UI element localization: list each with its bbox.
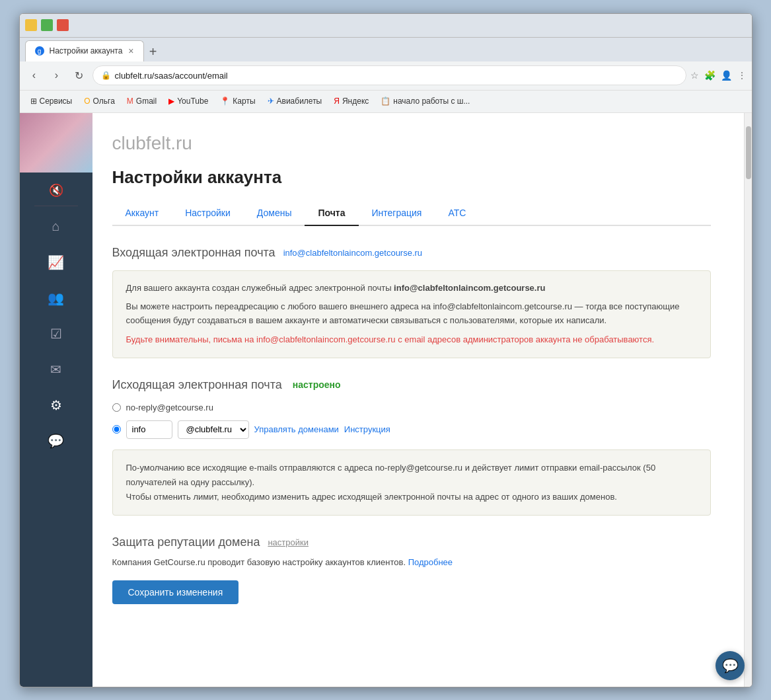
radio-custom[interactable]	[112, 425, 121, 434]
window-controls[interactable]	[25, 19, 69, 31]
back-button[interactable]: ‹	[25, 66, 44, 85]
chat-bubble-button[interactable]: 💬	[716, 651, 745, 680]
bookmark-apps[interactable]: ⊞ Сервисы	[25, 94, 78, 108]
gmail-icon: M	[127, 97, 133, 106]
sidebar-item-settings[interactable]: ⚙	[36, 389, 76, 422]
bookmark-youtube-label: YouTube	[177, 97, 208, 106]
outgoing-info-box: По-умолчанию все исходящие e-mails отпра…	[112, 449, 711, 516]
avia-icon: ✈	[268, 97, 274, 106]
tab-account[interactable]: Аккаунт	[112, 201, 172, 226]
bookmark-olga[interactable]: O Ольга	[79, 94, 120, 108]
instruction-link[interactable]: Инструкция	[344, 424, 390, 434]
bookmark-youtube[interactable]: ▶ YouTube	[163, 94, 213, 108]
scrollbar[interactable]	[744, 113, 752, 687]
menu-icon[interactable]: ⋮	[737, 70, 747, 81]
close-button[interactable]	[57, 19, 69, 31]
outgoing-info-line2: Чтобы отменить лимит, необходимо изменит…	[126, 490, 697, 504]
bookmark-olga-label: Ольга	[93, 97, 115, 106]
olga-icon: O	[84, 97, 90, 106]
minimize-button[interactable]	[25, 19, 37, 31]
avatar-icon[interactable]: 👤	[721, 70, 732, 81]
apps-icon: ⊞	[30, 97, 37, 106]
tab-settings[interactable]: Настройки	[172, 201, 244, 226]
save-button[interactable]: Сохранить изменения	[112, 580, 239, 604]
bookmark-maps-label: Карты	[233, 97, 255, 106]
sidebar: 🔇 ⌂ 📈 👥 ☑ ✉ ⚙ 💬	[20, 113, 92, 687]
forward-button[interactable]: ›	[48, 66, 66, 85]
scrollbar-thumb[interactable]	[746, 126, 751, 179]
title-bar	[20, 14, 752, 38]
configured-badge: настроено	[293, 379, 341, 390]
incoming-email-section-title: Входящая электронная почта info@clabfelt…	[112, 246, 711, 260]
tabs-navigation: Аккаунт Настройки Домены Почта Интеграци…	[112, 201, 711, 226]
address-bar[interactable]: 🔒 clubfelt.ru/saas/account/email	[92, 65, 686, 85]
radio-option-noreply: no-reply@getcourse.ru	[112, 403, 711, 412]
active-tab[interactable]: g Настройки аккаунта ×	[25, 40, 144, 61]
sidebar-item-users[interactable]: 👥	[36, 282, 76, 315]
incoming-email-bold: info@clabfeltonlaincom.getcourse.ru	[394, 283, 545, 293]
tab-mail[interactable]: Почта	[305, 201, 358, 226]
manage-domains-link[interactable]: Управлять доменами	[254, 424, 339, 434]
bookmark-note-label: начало работы с ш...	[393, 97, 470, 106]
incoming-info-line1: Для вашего аккаунта создан служебный адр…	[126, 282, 697, 295]
outgoing-email-section: Исходящая электронная почта настроено no…	[112, 378, 711, 516]
youtube-icon: ▶	[168, 97, 174, 106]
domain-protection-header: Защита репутации домена настройки	[112, 535, 711, 549]
maps-icon: 📍	[220, 97, 230, 106]
bookmark-apps-label: Сервисы	[40, 97, 73, 106]
outgoing-info-line1: По-умолчанию все исходящие e-mails отпра…	[126, 461, 697, 490]
sidebar-item-chat[interactable]: 💬	[36, 424, 76, 457]
tab-ats[interactable]: АТС	[435, 201, 479, 226]
url-text: clubfelt.ru/saas/account/email	[115, 71, 678, 81]
bookmark-gmail-label: Gmail	[136, 97, 157, 106]
bookmarks-bar: ⊞ Сервисы O Ольга M Gmail ▶ YouTube 📍 Ка…	[20, 91, 752, 113]
page-title: Настройки аккаунта	[112, 167, 711, 188]
yandex-icon: Я	[334, 97, 340, 106]
bookmark-maps[interactable]: 📍 Карты	[215, 94, 260, 108]
lock-icon: 🔒	[101, 71, 111, 80]
incoming-info-line2: Вы можете настроить переадресацию с любо…	[126, 300, 697, 328]
radio-noreply[interactable]	[112, 403, 121, 412]
domain-protection-section: Защита репутации домена настройки Компан…	[112, 535, 711, 567]
domain-select[interactable]: @clubfelt.ru	[178, 420, 249, 439]
more-link[interactable]: Подробнее	[408, 557, 453, 567]
sidebar-item-chart[interactable]: 📈	[36, 246, 76, 279]
sidebar-item-tasks[interactable]: ☑	[36, 317, 76, 350]
tab-close-button[interactable]: ×	[128, 46, 133, 56]
tab-domains[interactable]: Домены	[244, 201, 305, 226]
email-input-row: @clubfelt.ru Управлять доменами Инструкц…	[112, 420, 711, 439]
browser-action-icons: ☆ 🧩 👤 ⋮	[690, 70, 747, 81]
extension-icon[interactable]: 🧩	[704, 70, 716, 81]
speaker-icon[interactable]: 🔇	[49, 178, 63, 203]
outgoing-email-header: Исходящая электронная почта настроено	[112, 378, 711, 392]
site-logo: clubfelt.ru	[112, 133, 711, 154]
sidebar-item-home[interactable]: ⌂	[36, 210, 76, 243]
sidebar-item-mail[interactable]: ✉	[36, 353, 76, 386]
bookmark-gmail[interactable]: M Gmail	[122, 94, 162, 108]
noreply-bold: no-reply@getcourse.ru	[375, 463, 462, 473]
email-prefix-input[interactable]	[126, 420, 172, 439]
reload-button[interactable]: ↻	[70, 66, 89, 85]
sidebar-avatar	[20, 113, 92, 173]
avatar-image	[20, 113, 92, 173]
incoming-warning: Будьте внимательны, письма на info@clabf…	[126, 333, 697, 347]
sidebar-icons: 🔇 ⌂ 📈 👥 ☑ ✉ ⚙ 💬	[20, 173, 92, 464]
bookmark-yandex[interactable]: Я Яндекс	[328, 94, 374, 108]
tab-favicon: g	[35, 46, 44, 56]
tab-integration[interactable]: Интеграция	[359, 201, 435, 226]
new-tab-button[interactable]: +	[144, 43, 163, 61]
page-content: clubfelt.ru Настройки аккаунта Аккаунт Н…	[92, 113, 744, 687]
chat-bubble-icon: 💬	[722, 658, 739, 674]
company-text: Компания GetCourse.ru проводит базовую н…	[112, 557, 711, 567]
maximize-button[interactable]	[41, 19, 53, 31]
bookmark-note[interactable]: 📋 начало работы с ш...	[375, 94, 475, 108]
sidebar-divider	[34, 206, 78, 206]
domain-settings-link[interactable]: настройки	[268, 537, 309, 547]
bookmark-avia-label: Авиабилеты	[277, 97, 322, 106]
note-icon: 📋	[381, 97, 390, 106]
address-bar-row: ‹ › ↻ 🔒 clubfelt.ru/saas/account/email ☆…	[20, 61, 752, 91]
incoming-email-link[interactable]: info@clabfeltonlaincom.getcourse.ru	[283, 248, 422, 258]
browser-content: 🔇 ⌂ 📈 👥 ☑ ✉ ⚙ 💬 clubfelt.ru Настройки ак…	[20, 113, 752, 687]
star-icon[interactable]: ☆	[690, 70, 699, 81]
bookmark-avia[interactable]: ✈ Авиабилеты	[262, 94, 328, 108]
